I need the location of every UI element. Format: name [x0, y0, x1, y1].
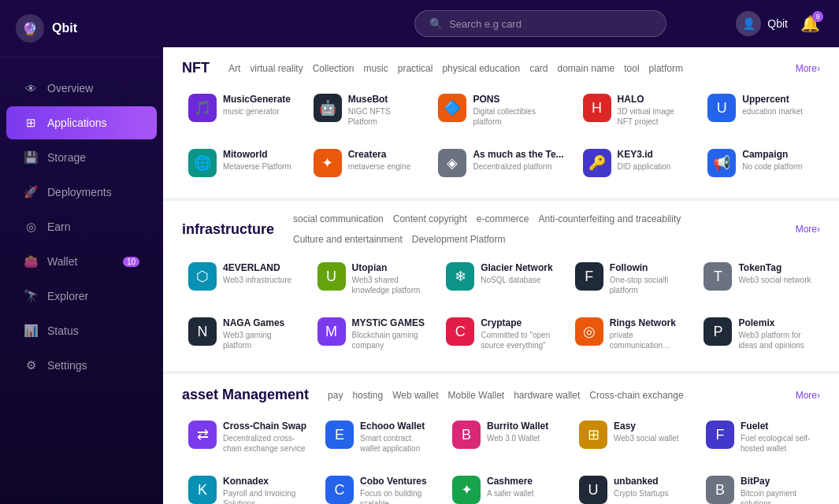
sidebar-item-explorer[interactable]: 🔭 Explorer: [6, 280, 157, 313]
tag-culture[interactable]: Culture and entertainment: [293, 234, 403, 245]
card-icon: H: [583, 94, 611, 122]
card-cryptape[interactable]: C Cryptape Committed to "open source eve…: [440, 309, 562, 358]
tag-physical-education[interactable]: physical education: [442, 63, 520, 74]
card-polemix[interactable]: P Polemix Web3 platform for ideas and op…: [697, 309, 820, 358]
nft-section: NFT Art virtual reality Collection music…: [163, 47, 839, 198]
tag-dev-platform[interactable]: Development Platform: [412, 234, 506, 245]
card-uppercent[interactable]: U Uppercent education market: [701, 86, 820, 135]
card-createra[interactable]: ✦ Createra metaverse engine: [307, 141, 426, 185]
card-icon: 📢: [707, 149, 736, 177]
card-fuelet[interactable]: F Fuelet Fuel ecological self-hosted wal…: [700, 413, 820, 461]
card-mystic-games[interactable]: M MYSTiC GAMES Blockchain gaming company: [311, 309, 434, 358]
card-desc: Decentralized cross-chain exchange servi…: [223, 433, 306, 454]
card-name: Glacier Network: [481, 262, 556, 273]
card-pons[interactable]: 🔷 PONS Digital collectibles platform: [432, 86, 570, 135]
card-naga-games[interactable]: N NAGA Games Web3 gaming platform: [182, 309, 305, 358]
tag-pay[interactable]: pay: [328, 390, 343, 401]
card-unbanked[interactable]: U unbanked Crypto Startups: [573, 468, 693, 504]
card-followin[interactable]: F Followin One-stop socialfi platform: [569, 254, 692, 303]
card-desc: Smart contract wallet application: [360, 433, 433, 454]
card-echooo-wallet[interactable]: E Echooo Wallet Smart contract wallet ap…: [319, 413, 440, 461]
sidebar-item-status[interactable]: 📊 Status: [6, 314, 157, 347]
card-info: KEY3.id DID application: [618, 149, 689, 172]
sidebar-item-settings[interactable]: ⚙ Settings: [6, 349, 157, 382]
card-cashmere[interactable]: ✦ Cashmere A safer wallet: [446, 468, 566, 504]
card-info: Cobo Ventures Focus on building scalable…: [360, 476, 433, 504]
card-bitpay[interactable]: B BitPay Bitcoin payment solutions: [700, 468, 820, 504]
infrastructure-header: infrastructure social communication Cont…: [182, 213, 820, 245]
card-info: Campaign No code platform: [742, 149, 814, 172]
notification-button[interactable]: 🔔 9: [800, 14, 820, 33]
tag-practical[interactable]: practical: [398, 63, 433, 74]
card-as-much-as-the-te...[interactable]: ◈ As much as the Te... Decentralized pla…: [432, 141, 570, 185]
sidebar-nav: 👁 Overview ⊞ Applications 💾 Storage 🚀 De…: [0, 57, 163, 504]
sidebar-label-earn: Earn: [47, 220, 71, 233]
card-info: Mitoworld Metaverse Platform: [223, 149, 295, 172]
card-glacier-network[interactable]: ❄ Glacier Network NoSQL database: [440, 254, 562, 303]
sidebar-label-explorer: Explorer: [47, 290, 88, 302]
tag-cross-chain[interactable]: Cross-chain exchange: [589, 390, 683, 401]
card-info: Followin One-stop socialfi platform: [610, 262, 685, 295]
card-info: MYSTiC GAMES Blockchain gaming company: [352, 317, 428, 350]
card-tokentag[interactable]: T TokenTag Web3 social network: [697, 254, 820, 303]
card-info: PONS Digital collectibles platform: [473, 94, 563, 127]
card-mitoworld[interactable]: 🌐 Mitoworld Metaverse Platform: [182, 141, 301, 185]
sidebar-item-wallet[interactable]: 👛 Wallet 10: [6, 245, 157, 278]
sidebar-label-wallet: Wallet: [47, 255, 77, 268]
card-info: MusicGenerate music generator: [223, 94, 295, 117]
card-halo[interactable]: H HALO 3D virtual image NFT project: [577, 86, 696, 135]
card-name: MusicGenerate: [223, 94, 295, 105]
tag-hardware-wallet[interactable]: hardware wallet: [514, 390, 580, 401]
tag-music[interactable]: music: [363, 63, 388, 74]
card-key3.id[interactable]: 🔑 KEY3.id DID application: [577, 141, 696, 185]
tag-tool[interactable]: tool: [624, 63, 639, 74]
card-cross-chain-swap[interactable]: ⇄ Cross-Chain Swap Decentralized cross-c…: [182, 413, 313, 461]
tag-anticounterfeiting[interactable]: Anti-counterfeiting and traceability: [539, 213, 681, 224]
nft-more-button[interactable]: More›: [796, 63, 820, 74]
card-4everland[interactable]: ⬡ 4EVERLAND Web3 infrastructure: [182, 254, 305, 303]
card-name: Cashmere: [487, 476, 560, 487]
card-name: Fuelet: [741, 421, 814, 432]
tag-collection[interactable]: Collection: [313, 63, 355, 74]
card-rings-network[interactable]: ◎ Rings Network private communication ne…: [569, 309, 692, 358]
card-campaign[interactable]: 📢 Campaign No code platform: [701, 141, 820, 185]
card-desc: 3D virtual image NFT project: [618, 106, 689, 127]
card-musebot[interactable]: 🤖 MuseBot NIGC NFTS Platform: [307, 86, 426, 135]
infrastructure-cards-grid: ⬡ 4EVERLAND Web3 infrastructure U Utopia…: [182, 254, 820, 358]
card-icon: B: [452, 421, 481, 449]
sidebar-item-deployments[interactable]: 🚀 Deployments: [6, 176, 157, 209]
card-utopian[interactable]: U Utopian Web3 shared knowledge platform: [311, 254, 434, 303]
tag-ecommerce[interactable]: e-commerce: [477, 213, 529, 224]
card-konnadex[interactable]: K Konnadex Payroll and Invoicing Solutio…: [182, 468, 313, 504]
tag-hosting[interactable]: hosting: [352, 390, 383, 401]
deployments-icon: 🚀: [24, 185, 38, 199]
card-burrito-wallet[interactable]: B Burrito Wallet Web 3.0 Wallet: [446, 413, 566, 461]
infrastructure-more-button[interactable]: More›: [796, 224, 820, 235]
card-name: Utopian: [352, 262, 428, 273]
search-container[interactable]: 🔍: [414, 10, 666, 37]
card-desc: Web3 social wallet: [614, 433, 687, 443]
tag-social-comm[interactable]: social communication: [293, 213, 384, 224]
search-input[interactable]: [449, 18, 652, 30]
sidebar-item-applications[interactable]: ⊞ Applications: [6, 106, 157, 139]
tag-virtual-reality[interactable]: virtual reality: [250, 63, 303, 74]
tag-web-wallet[interactable]: Web wallet: [392, 390, 438, 401]
sidebar-item-earn[interactable]: ◎ Earn: [6, 210, 157, 243]
card-easy[interactable]: ⊞ Easy Web3 social wallet: [573, 413, 693, 461]
tag-art[interactable]: Art: [228, 63, 240, 74]
card-cobo-ventures[interactable]: C Cobo Ventures Focus on building scalab…: [319, 468, 440, 504]
card-info: Burrito Wallet Web 3.0 Wallet: [487, 421, 560, 443]
tag-card[interactable]: card: [529, 63, 548, 74]
card-name: HALO: [618, 94, 689, 105]
card-musicgenerate[interactable]: 🎵 MusicGenerate music generator: [182, 86, 301, 135]
asset-management-more-button[interactable]: More›: [796, 390, 820, 401]
card-icon: ❄: [446, 262, 474, 291]
tag-platform[interactable]: platform: [649, 63, 683, 74]
card-name: Cryptape: [481, 317, 556, 328]
tag-mobile-wallet[interactable]: Mobile Wallet: [448, 390, 505, 401]
card-name: BitPay: [741, 476, 814, 487]
sidebar-item-overview[interactable]: 👁 Overview: [6, 72, 157, 105]
sidebar-item-storage[interactable]: 💾 Storage: [6, 141, 157, 174]
tag-content-copyright[interactable]: Content copyright: [393, 213, 467, 224]
tag-domain-name[interactable]: domain name: [558, 63, 615, 74]
